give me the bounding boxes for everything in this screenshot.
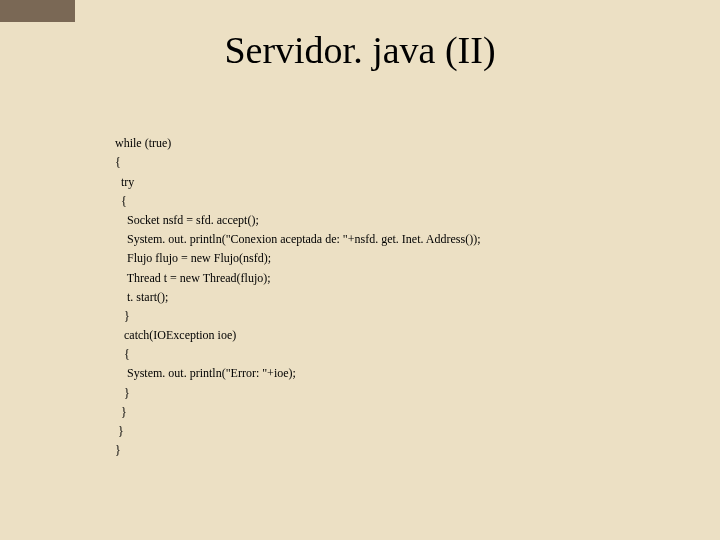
- code-line: t. start();: [115, 290, 168, 304]
- code-listing: while (true) { try { Socket nsfd = sfd. …: [115, 115, 481, 480]
- code-line: }: [115, 424, 124, 438]
- code-line: {: [115, 155, 121, 169]
- code-line: {: [115, 347, 130, 361]
- code-line: Flujo flujo = new Flujo(nsfd);: [115, 251, 271, 265]
- code-line: }: [115, 405, 127, 419]
- code-line: try: [115, 175, 134, 189]
- code-line: }: [115, 309, 130, 323]
- code-line: }: [115, 443, 121, 457]
- code-line: catch(IOException ioe): [115, 328, 236, 342]
- code-line: Socket nsfd = sfd. accept();: [115, 213, 259, 227]
- code-line: System. out. println("Conexion aceptada …: [115, 232, 481, 246]
- slide: Servidor. java (II) while (true) { try {…: [0, 0, 720, 540]
- code-line: }: [115, 386, 130, 400]
- corner-accent: [0, 0, 75, 22]
- code-line: while (true): [115, 136, 171, 150]
- code-line: System. out. println("Error: "+ioe);: [115, 366, 296, 380]
- slide-title: Servidor. java (II): [0, 28, 720, 72]
- code-line: {: [115, 194, 127, 208]
- code-line: Thread t = new Thread(flujo);: [115, 271, 271, 285]
